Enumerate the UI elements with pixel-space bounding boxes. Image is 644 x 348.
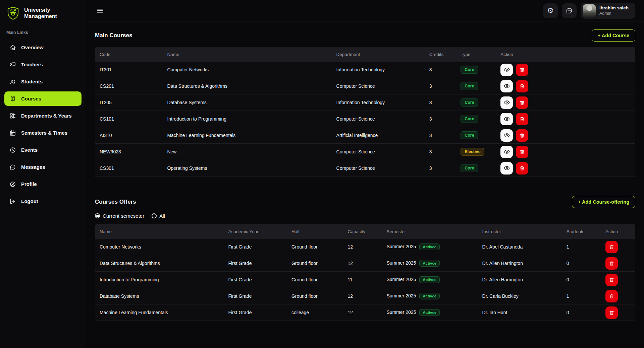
- filter-current-semeseter[interactable]: Current semeseter: [95, 213, 144, 219]
- status-badge: Activce: [419, 309, 440, 316]
- app-title: University Management: [24, 7, 57, 20]
- cell-students: 0: [562, 261, 601, 266]
- cell-capacity: 12: [343, 293, 382, 299]
- eye-icon: [503, 132, 510, 139]
- user-role: Admin: [599, 11, 629, 16]
- action-buttons: [500, 80, 631, 92]
- sidebar-item-events[interactable]: Events: [4, 143, 82, 157]
- departments-icon: [9, 112, 16, 119]
- view-button[interactable]: [500, 129, 513, 142]
- table-row: Machine Learning FundamentalsFirst Grade…: [95, 304, 635, 321]
- topbar: ⚙ ibrahim saleh Admin: [86, 0, 644, 21]
- action-buttons: [500, 146, 631, 158]
- main-courses-table: CodeNameDepartmentCreditsTypeAction IT30…: [95, 47, 635, 177]
- cell-semester: Summer 2025Activce: [382, 243, 477, 250]
- sidebar-item-teachers[interactable]: Teachers: [4, 57, 82, 72]
- settings-button[interactable]: ⚙: [543, 3, 558, 18]
- table-row: Introduction to ProgrammingFirst GradeGr…: [95, 272, 635, 288]
- add-course-offering-button[interactable]: + Add Course-offering: [572, 196, 635, 208]
- delete-button[interactable]: [516, 113, 528, 125]
- table-row: AI310Machine Learning FundamentalsArtifi…: [95, 127, 635, 144]
- trash-icon: [519, 100, 525, 106]
- book-icon: [9, 95, 16, 102]
- view-button[interactable]: [500, 146, 513, 158]
- cell-hall: colleage: [287, 310, 343, 315]
- cell-instructor: Dr. Allen Harrington: [478, 261, 562, 266]
- delete-button[interactable]: [605, 274, 618, 286]
- cell-hall: Ground floor: [287, 277, 343, 282]
- radio-icon: [152, 213, 157, 218]
- sidebar-item-students[interactable]: Students: [4, 74, 82, 89]
- delete-button[interactable]: [605, 306, 618, 319]
- sidebar-item-profile[interactable]: Profile: [4, 177, 82, 191]
- cell-code: IT205: [95, 100, 162, 105]
- messages-button[interactable]: [562, 3, 577, 18]
- user-menu[interactable]: ibrahim saleh Admin: [581, 3, 635, 19]
- sidebar-item-label: Logout: [21, 198, 38, 204]
- delete-button[interactable]: [516, 96, 528, 109]
- sidebar-item-label: Teachers: [21, 62, 43, 67]
- sidebar-item-label: Semesters & Times: [21, 130, 67, 136]
- main-courses-table-body: IT301Computer NetworksInformation Techno…: [95, 62, 635, 177]
- cell-capacity: 12: [343, 261, 382, 266]
- cell-instructor: Dr. Ian Hunt: [478, 310, 562, 315]
- delete-button[interactable]: [516, 129, 528, 142]
- cell-academic-year: First Grade: [223, 310, 286, 315]
- cell-department: Artificial Intelligence: [332, 133, 425, 138]
- filter-all[interactable]: All: [152, 213, 165, 219]
- view-button[interactable]: [500, 113, 513, 125]
- delete-button[interactable]: [605, 241, 618, 253]
- delete-button[interactable]: [605, 290, 618, 302]
- sidebar-item-departments-years[interactable]: Departments & Years: [4, 109, 82, 123]
- add-course-button[interactable]: + Add Course: [592, 29, 635, 42]
- delete-button[interactable]: [516, 162, 528, 175]
- view-button[interactable]: [500, 64, 513, 76]
- sidebar-item-overview[interactable]: Overview: [4, 40, 82, 55]
- cell-students: 0: [562, 310, 601, 315]
- view-button[interactable]: [500, 96, 513, 109]
- table-row: IT205Database SystemsInformation Technol…: [95, 94, 635, 111]
- delete-button[interactable]: [605, 257, 618, 270]
- delete-button[interactable]: [516, 146, 528, 158]
- table-row: IT301Computer NetworksInformation Techno…: [95, 62, 635, 78]
- delete-button[interactable]: [516, 64, 528, 76]
- semester-label: Summer 2025: [386, 309, 416, 315]
- eye-icon: [503, 99, 510, 106]
- cell-name: Computer Networks: [95, 244, 223, 250]
- sidebar-item-courses[interactable]: Courses: [4, 91, 82, 106]
- column-header-academic-year: Academic Year: [223, 229, 286, 234]
- cell-academic-year: First Grade: [223, 277, 286, 282]
- cell-capacity: 11: [343, 277, 382, 282]
- trash-icon: [519, 83, 525, 89]
- main-content: Main Courses + Add Course CodeNameDepart…: [86, 21, 644, 348]
- sidebar-item-messages[interactable]: Messages: [4, 160, 82, 174]
- type-badge: Elective: [461, 148, 484, 156]
- sidebar-item-logout[interactable]: Logout: [4, 194, 82, 208]
- cell-capacity: 12: [343, 244, 382, 250]
- chat-bubble-icon: [566, 7, 573, 14]
- sidebar-item-semesters-times[interactable]: Semesters & Times: [4, 126, 82, 140]
- cell-code: NEW9023: [95, 149, 162, 154]
- view-button[interactable]: [500, 80, 513, 92]
- trash-icon: [609, 244, 614, 250]
- cell-code: IT301: [95, 67, 162, 72]
- action-buttons: [500, 64, 631, 76]
- trash-icon: [609, 261, 614, 266]
- cell-name: Database Systems: [95, 293, 223, 299]
- action-buttons: [500, 162, 631, 175]
- calendar-icon: [9, 129, 16, 136]
- cell-credits: 3: [425, 100, 456, 105]
- app-logo: University Management: [4, 5, 82, 27]
- cell-code: CS101: [95, 116, 162, 122]
- cell-name: Introduction to Programming: [162, 116, 331, 122]
- trash-icon: [519, 133, 525, 138]
- cell-students: 0: [562, 277, 601, 282]
- menu-icon[interactable]: [95, 6, 105, 16]
- delete-button[interactable]: [516, 80, 528, 92]
- trash-icon: [609, 310, 614, 316]
- view-button[interactable]: [500, 162, 513, 175]
- semester-filter-group: Current semeseterAll: [95, 213, 635, 219]
- type-badge: Core: [461, 98, 478, 107]
- eye-icon: [503, 66, 510, 73]
- cell-instructor: Dr. Carla Buckley: [478, 293, 562, 299]
